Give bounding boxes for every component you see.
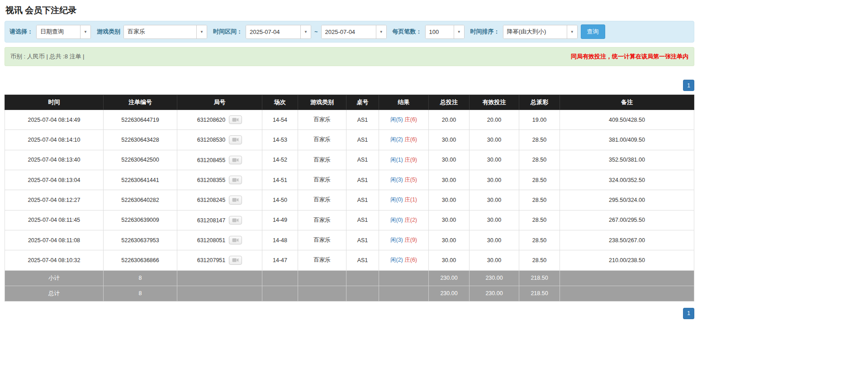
column-header: 备注	[560, 95, 694, 110]
subtotal-count: 8	[104, 270, 177, 286]
chevron-down-icon[interactable]: ▼	[567, 25, 577, 38]
total-bet-link[interactable]: 30.00	[429, 190, 470, 210]
table-row: 2025-07-04 08:13:40 522630642500 6312084…	[5, 150, 694, 170]
column-header: 总派彩	[519, 95, 560, 110]
footer-cell	[346, 270, 379, 286]
payout-cell: 28.50	[519, 250, 560, 270]
total-valid-bet: 230.00	[470, 286, 519, 301]
video-replay-icon[interactable]	[229, 176, 242, 184]
round-id-cell: 631208455	[177, 150, 262, 170]
round-id-text: 631208620	[197, 117, 226, 123]
payout-cell: 19.00	[519, 110, 560, 130]
round-id-text: 631208051	[197, 237, 226, 244]
chevron-down-icon[interactable]: ▼	[80, 25, 90, 38]
result-cell: 闲(2) 庄(6)	[379, 250, 429, 270]
table-no-cell: AS1	[346, 210, 379, 230]
payout-cell: 28.50	[519, 230, 560, 250]
column-header: 结果	[379, 95, 429, 110]
video-replay-icon[interactable]	[229, 216, 242, 225]
sort-order-dropdown[interactable]: ▼	[503, 25, 578, 39]
remark-cell: 210.00/238.50	[560, 250, 694, 270]
date-to-picker[interactable]: ▼	[321, 25, 387, 39]
table-no-cell: AS1	[346, 250, 379, 270]
total-bet-link[interactable]: 30.00	[429, 230, 470, 250]
total-bet-link[interactable]: 20.00	[429, 110, 470, 130]
chevron-down-icon[interactable]: ▼	[454, 25, 464, 38]
video-replay-icon[interactable]	[229, 236, 242, 244]
video-replay-icon[interactable]	[229, 135, 242, 144]
remark-cell: 267.00/295.50	[560, 210, 694, 230]
game-type-cell: 百家乐	[298, 230, 346, 250]
table-no-cell: AS1	[346, 110, 379, 130]
chevron-down-icon[interactable]: ▼	[376, 25, 386, 38]
column-header: 时间	[5, 95, 104, 110]
page-1-button[interactable]: 1	[683, 308, 694, 319]
total-bet-link[interactable]: 30.00	[429, 250, 470, 270]
banker-result: 庄(9)	[404, 157, 417, 163]
select-type-label: 请选择：	[9, 28, 33, 36]
table-no-cell: AS1	[346, 150, 379, 170]
total-bet-link[interactable]: 30.00	[429, 130, 470, 150]
search-button[interactable]: 查询	[581, 24, 605, 39]
subtotal-row: 小计 8 230.00 230.00 218.50	[5, 270, 694, 286]
footer-cell	[560, 270, 694, 286]
sort-order-input[interactable]	[503, 25, 567, 38]
video-replay-icon[interactable]	[229, 256, 242, 264]
table-no-cell: AS1	[346, 130, 379, 150]
page-1-button[interactable]: 1	[683, 80, 694, 91]
result-cell: 闲(1) 庄(9)	[379, 150, 429, 170]
query-type-input[interactable]	[37, 25, 80, 38]
total-total-bet: 230.00	[429, 286, 470, 301]
result-cell: 闲(0) 庄(2)	[379, 210, 429, 230]
remark-cell: 238.50/267.00	[560, 230, 694, 250]
valid-bet-cell: 30.00	[470, 210, 519, 230]
summary-bar: 币别 : 人民币 | 总共 :8 注单 | 同局有效投注，统一计算在该局第一张注…	[5, 47, 694, 66]
game-type-cell: 百家乐	[298, 130, 346, 150]
total-bet-link[interactable]: 30.00	[429, 150, 470, 170]
video-replay-icon[interactable]	[229, 196, 242, 204]
result-cell: 闲(5) 庄(6)	[379, 110, 429, 130]
footer-cell	[346, 286, 379, 301]
result-cell: 闲(3) 庄(9)	[379, 230, 429, 250]
currency-total-text: 币别 : 人民币 | 总共 :8 注单 |	[10, 53, 85, 61]
page-size-dropdown[interactable]: ▼	[425, 25, 465, 39]
column-header: 注单编号	[104, 95, 177, 110]
game-type-input[interactable]	[124, 25, 196, 38]
page-container: 视讯 会员下注纪录 请选择： ▼ 游戏类别 ▼ 时间区间： ▼ ~ ▼ 每页笔数…	[0, 0, 699, 324]
video-replay-icon[interactable]	[229, 156, 242, 164]
footer-cell	[379, 270, 429, 286]
remark-cell: 409.50/428.50	[560, 110, 694, 130]
session-cell: 14-52	[262, 150, 298, 170]
session-cell: 14-54	[262, 110, 298, 130]
date-to-input[interactable]	[322, 25, 376, 38]
round-id-text: 631208245	[197, 197, 226, 203]
subtotal-total-bet: 230.00	[429, 270, 470, 286]
game-type-dropdown[interactable]: ▼	[123, 25, 207, 39]
total-bet-link[interactable]: 30.00	[429, 210, 470, 230]
page-size-input[interactable]	[426, 25, 454, 38]
time-cell: 2025-07-04 08:14:49	[5, 110, 104, 130]
date-from-picker[interactable]: ▼	[246, 25, 311, 39]
subtotal-payout: 218.50	[519, 270, 560, 286]
total-bet-link[interactable]: 30.00	[429, 170, 470, 190]
date-from-input[interactable]	[246, 25, 300, 38]
game-type-label: 游戏类别	[97, 28, 120, 36]
table-row: 2025-07-04 08:13:04 522630641441 6312083…	[5, 170, 694, 190]
chevron-down-icon[interactable]: ▼	[300, 25, 311, 38]
footer-cell	[177, 286, 262, 301]
video-replay-icon[interactable]	[229, 115, 242, 124]
payout-cell: 28.50	[519, 130, 560, 150]
table-no-cell: AS1	[346, 190, 379, 210]
table-row: 2025-07-04 08:11:08 522630637953 6312080…	[5, 230, 694, 250]
footer-cell	[262, 286, 298, 301]
chevron-down-icon[interactable]: ▼	[196, 25, 207, 38]
sort-order-label: 时间排序：	[470, 28, 500, 36]
time-cell: 2025-07-04 08:12:27	[5, 190, 104, 210]
player-result: 闲(0)	[390, 196, 403, 203]
round-id-text: 631208455	[197, 157, 226, 163]
query-type-dropdown[interactable]: ▼	[36, 25, 91, 39]
round-id-text: 631208530	[197, 137, 226, 143]
time-cell: 2025-07-04 08:10:32	[5, 250, 104, 270]
footer-cell	[298, 270, 346, 286]
subtotal-label: 小计	[5, 270, 104, 286]
